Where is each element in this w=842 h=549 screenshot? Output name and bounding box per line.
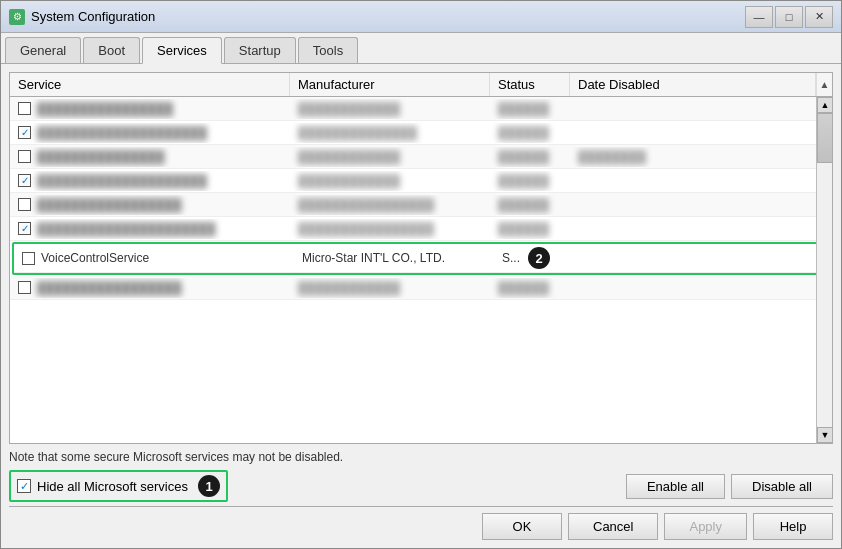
hide-ms-container: Hide all Microsoft services 1 — [9, 470, 228, 502]
date-cell — [574, 255, 828, 261]
scrollbar-up-button[interactable]: ▲ — [817, 97, 832, 113]
table-row[interactable]: █████████████████ ████████████ ██████ — [10, 276, 832, 300]
content-area: Service Manufacturer Status Date Disable… — [1, 64, 841, 548]
table-header: Service Manufacturer Status Date Disable… — [10, 73, 832, 97]
step-badge-1: 1 — [198, 475, 220, 497]
date-cell — [570, 202, 832, 208]
status-cell: ██████ — [490, 147, 570, 167]
manufacturer-cell: ████████████████ — [290, 219, 490, 239]
row-checkbox[interactable] — [18, 102, 31, 115]
scrollbar-track: ▲ ▼ — [816, 97, 832, 443]
date-cell: ████████ — [570, 147, 832, 167]
status-cell: S... 2 — [494, 244, 574, 272]
services-table: Service Manufacturer Status Date Disable… — [9, 72, 833, 444]
step-badge-2: 2 — [528, 247, 550, 269]
table-row[interactable]: ████████████████████ ██████████████ ████… — [10, 121, 832, 145]
window-title: System Configuration — [31, 9, 745, 24]
tab-services[interactable]: Services — [142, 37, 222, 64]
service-cell: VoiceControlService — [14, 248, 294, 268]
cancel-button[interactable]: Cancel — [568, 513, 658, 540]
window-icon: ⚙ — [9, 9, 25, 25]
date-cell — [570, 178, 832, 184]
note-text: Note that some secure Microsoft services… — [9, 450, 833, 464]
table-row[interactable]: ███████████████ ████████████ ██████ ████… — [10, 145, 832, 169]
status-cell: ██████ — [490, 171, 570, 191]
minimize-button[interactable]: — — [745, 6, 773, 28]
col-manufacturer[interactable]: Manufacturer — [290, 73, 490, 96]
row-checkbox[interactable] — [18, 281, 31, 294]
row-checkbox[interactable] — [18, 174, 31, 187]
title-bar: ⚙ System Configuration — □ ✕ — [1, 1, 841, 33]
manufacturer-cell: ████████████ — [290, 278, 490, 298]
status-cell: ██████ — [490, 123, 570, 143]
service-cell: ████████████████████ — [10, 171, 290, 191]
header-scroll-spacer: ▲ — [816, 73, 832, 96]
highlighted-row-container: VoiceControlService Micro-Star INT'L CO.… — [12, 242, 830, 275]
scrollbar-down-button[interactable]: ▼ — [817, 427, 832, 443]
enable-disable-buttons: Enable all Disable all — [626, 474, 833, 499]
manufacturer-cell: ████████████ — [290, 99, 490, 119]
manufacturer-cell: ████████████ — [290, 147, 490, 167]
col-service[interactable]: Service — [10, 73, 290, 96]
service-cell: █████████████████████ — [10, 219, 290, 239]
manufacturer-cell: ██████████████ — [290, 123, 490, 143]
row-checkbox[interactable] — [18, 222, 31, 235]
table-row[interactable]: █████████████████ ████████████████ █████… — [10, 193, 832, 217]
table-body: ████████████████ ████████████ ██████ ███… — [10, 97, 832, 443]
date-cell — [570, 285, 832, 291]
service-cell: ████████████████ — [10, 99, 290, 119]
service-cell: ███████████████ — [10, 147, 290, 167]
action-buttons: OK Cancel Apply Help — [9, 506, 833, 540]
hide-ms-label: Hide all Microsoft services — [37, 479, 188, 494]
help-button[interactable]: Help — [753, 513, 833, 540]
bottom-row: Hide all Microsoft services 1 Enable all… — [9, 470, 833, 502]
col-status[interactable]: Status — [490, 73, 570, 96]
service-cell: █████████████████ — [10, 278, 290, 298]
row-checkbox[interactable] — [18, 198, 31, 211]
date-cell — [570, 106, 832, 112]
tab-general[interactable]: General — [5, 37, 81, 63]
col-date-disabled[interactable]: Date Disabled — [570, 73, 816, 96]
row-checkbox[interactable] — [18, 126, 31, 139]
status-cell: ██████ — [490, 195, 570, 215]
row-checkbox[interactable] — [18, 150, 31, 163]
status-cell: ██████ — [490, 99, 570, 119]
tab-tools[interactable]: Tools — [298, 37, 358, 63]
title-bar-controls: — □ ✕ — [745, 6, 833, 28]
table-row[interactable]: █████████████████████ ████████████████ █… — [10, 217, 832, 241]
date-cell — [570, 226, 832, 232]
status-cell: ██████ — [490, 278, 570, 298]
voice-service-checkbox[interactable] — [22, 252, 35, 265]
system-config-window: ⚙ System Configuration — □ ✕ General Boo… — [0, 0, 842, 549]
service-cell: █████████████████ — [10, 195, 290, 215]
close-button[interactable]: ✕ — [805, 6, 833, 28]
scrollbar-thumb[interactable] — [817, 113, 832, 163]
status-cell: ██████ — [490, 219, 570, 239]
manufacturer-cell: Micro-Star INT'L CO., LTD. — [294, 248, 494, 268]
tab-startup[interactable]: Startup — [224, 37, 296, 63]
maximize-button[interactable]: □ — [775, 6, 803, 28]
hide-ms-checkbox[interactable] — [17, 479, 31, 493]
table-row[interactable]: ████████████████████ ████████████ ██████ — [10, 169, 832, 193]
manufacturer-cell: ████████████ — [290, 171, 490, 191]
tab-boot[interactable]: Boot — [83, 37, 140, 63]
date-cell — [570, 130, 832, 136]
disable-all-button[interactable]: Disable all — [731, 474, 833, 499]
bottom-section: Note that some secure Microsoft services… — [9, 444, 833, 502]
manufacturer-cell: ████████████████ — [290, 195, 490, 215]
tab-bar: General Boot Services Startup Tools — [1, 33, 841, 64]
service-cell: ████████████████████ — [10, 123, 290, 143]
table-row[interactable]: ████████████████ ████████████ ██████ — [10, 97, 832, 121]
service-name: VoiceControlService — [41, 251, 149, 265]
ok-button[interactable]: OK — [482, 513, 562, 540]
enable-all-button[interactable]: Enable all — [626, 474, 725, 499]
voice-control-row[interactable]: VoiceControlService Micro-Star INT'L CO.… — [14, 244, 828, 273]
apply-button[interactable]: Apply — [664, 513, 747, 540]
